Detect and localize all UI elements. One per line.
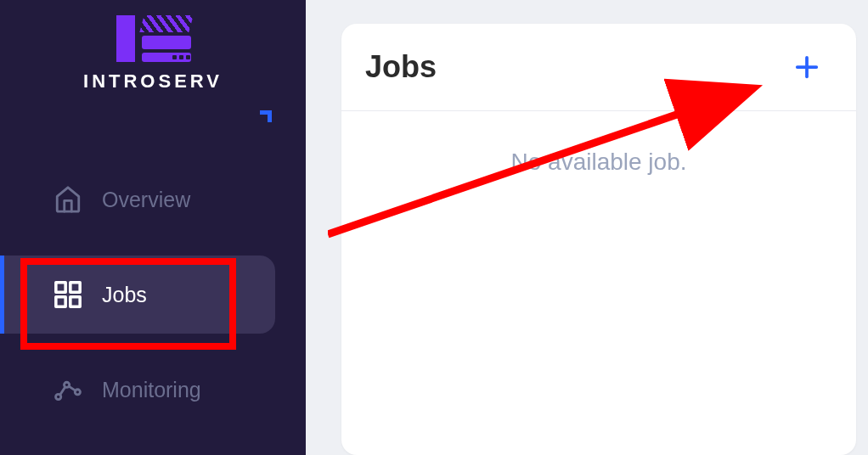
card-body: No available job.	[341, 111, 856, 213]
empty-state-message: No available job.	[358, 149, 839, 176]
card-header: Jobs	[341, 24, 856, 111]
sidebar-item-label: Monitoring	[102, 378, 201, 402]
svg-rect-1	[70, 283, 80, 292]
home-icon	[53, 184, 83, 215]
brand-logo[interactable]: INTROSERV	[0, 15, 306, 93]
main-content: Jobs No available job.	[306, 0, 868, 455]
sidebar-item-label: Overview	[102, 188, 190, 212]
sidebar-item-monitoring[interactable]: Monitoring	[0, 351, 306, 429]
add-job-button[interactable]	[792, 52, 822, 82]
svg-rect-0	[56, 283, 65, 292]
sidebar-nav: Overview Jobs	[0, 135, 306, 429]
page-title: Jobs	[365, 49, 437, 85]
sidebar-item-overview[interactable]: Overview	[0, 160, 306, 239]
sidebar-item-jobs[interactable]: Jobs	[0, 256, 275, 334]
svg-rect-2	[56, 297, 65, 306]
sidebar: INTROSERV Overview Jobs	[0, 0, 306, 455]
analytics-icon	[53, 374, 83, 405]
grid-icon	[53, 279, 83, 310]
jobs-card: Jobs No available job.	[341, 24, 856, 455]
brand-name: INTROSERV	[83, 70, 223, 93]
logo-icon	[106, 15, 200, 62]
svg-rect-3	[70, 297, 80, 306]
sidebar-item-label: Jobs	[102, 283, 147, 307]
plus-icon	[794, 54, 820, 80]
collapse-sidebar-icon[interactable]	[260, 110, 272, 122]
